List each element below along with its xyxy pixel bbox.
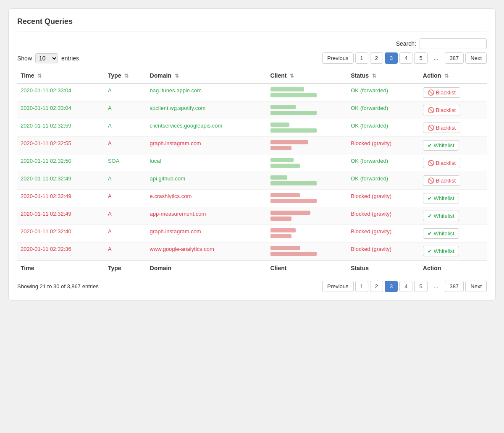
table-row: 2020-01-11 02:33:04Aspclient.wg.spotify.… <box>17 102 487 119</box>
page-btn-2-bottom[interactable]: 2 <box>370 281 383 292</box>
cell-status: Blocked (gravity) <box>347 137 420 154</box>
cell-domain: local <box>147 154 267 172</box>
client-bar <box>270 211 310 215</box>
show-entries: Show 10 25 50 100 entries <box>17 53 79 63</box>
cell-status: Blocked (gravity) <box>347 243 420 261</box>
sort-client-icon[interactable]: ⇅ <box>290 73 294 79</box>
page-btn-5-top[interactable]: 5 <box>414 52 427 64</box>
footer-col-action: Action <box>420 260 487 276</box>
page-title: Recent Queries <box>17 17 487 31</box>
cell-status: OK (forwarded) <box>347 83 420 102</box>
client-bar <box>270 140 308 144</box>
sort-domain-icon[interactable]: ⇅ <box>175 73 179 79</box>
pagination-top: Previous 1 2 3 4 5 ... 387 Next <box>322 52 487 64</box>
cell-type: A <box>105 190 147 207</box>
cell-client <box>267 207 348 225</box>
cell-client <box>267 83 348 102</box>
whitelist-button[interactable]: ✔ Whitelist <box>423 140 459 151</box>
cell-time: 2020-01-11 02:32:59 <box>17 119 105 137</box>
showing-text: Showing 21 to 30 of 3,867 entries <box>17 283 99 290</box>
prev-button-bottom[interactable]: Previous <box>322 281 354 292</box>
cell-time: 2020-01-11 02:32:36 <box>17 243 105 261</box>
blacklist-button[interactable]: 🚫 Blacklist <box>423 158 460 168</box>
page-btn-387-top[interactable]: 387 <box>445 52 464 64</box>
main-card: Recent Queries Search: Show 10 25 50 100… <box>8 8 496 301</box>
page-btn-1-bottom[interactable]: 1 <box>355 281 368 292</box>
blacklist-button[interactable]: 🚫 Blacklist <box>423 105 460 115</box>
table-row: 2020-01-11 02:33:04Abag.itunes.apple.com… <box>17 83 487 102</box>
table-row: 2020-01-11 02:32:40Agraph.instagram.comB… <box>17 225 487 243</box>
next-button-bottom[interactable]: Next <box>465 281 487 292</box>
cell-time: 2020-01-11 02:32:40 <box>17 225 105 243</box>
cell-action: ✔ Whitelist <box>420 137 487 154</box>
page-btn-5-bottom[interactable]: 5 <box>414 281 427 292</box>
cell-domain: app-measurement.com <box>147 207 267 225</box>
page-btn-1-top[interactable]: 1 <box>355 52 368 64</box>
controls-row-top: Show 10 25 50 100 entries Previous 1 2 3… <box>17 52 487 64</box>
client-bar <box>270 128 317 133</box>
client-bar <box>270 146 291 150</box>
cell-type: SOA <box>105 154 147 172</box>
page-dots-bottom: ... <box>429 281 443 292</box>
cell-domain: api.github.com <box>147 172 267 190</box>
cell-type: A <box>105 102 147 119</box>
page-btn-387-bottom[interactable]: 387 <box>445 281 464 292</box>
cell-status: Blocked (gravity) <box>347 207 420 225</box>
cell-domain: bag.itunes.apple.com <box>147 83 267 102</box>
blacklist-button[interactable]: 🚫 Blacklist <box>423 175 460 186</box>
cell-status: Blocked (gravity) <box>347 190 420 207</box>
cell-action: 🚫 Blacklist <box>420 102 487 119</box>
sort-time-icon[interactable]: ⇅ <box>37 73 42 79</box>
cell-client <box>267 154 348 172</box>
search-input[interactable] <box>420 38 487 49</box>
col-action: Action ⇅ <box>420 68 487 83</box>
sort-action-icon[interactable]: ⇅ <box>444 73 449 79</box>
whitelist-button[interactable]: ✔ Whitelist <box>423 193 459 203</box>
page-btn-3-top[interactable]: 3 <box>385 52 398 64</box>
page-btn-4-bottom[interactable]: 4 <box>399 281 412 292</box>
cell-time: 2020-01-11 02:33:04 <box>17 83 105 102</box>
cell-time: 2020-01-11 02:32:49 <box>17 207 105 225</box>
cell-client <box>267 243 348 261</box>
page-btn-2-top[interactable]: 2 <box>370 52 383 64</box>
blacklist-button[interactable]: 🚫 Blacklist <box>423 87 460 98</box>
table-row: 2020-01-11 02:32:50SOAlocalOK (forwarded… <box>17 154 487 172</box>
client-bar <box>270 216 291 221</box>
cell-action: ✔ Whitelist <box>420 207 487 225</box>
sort-status-icon[interactable]: ⇅ <box>372 73 376 79</box>
whitelist-button[interactable]: ✔ Whitelist <box>423 211 459 221</box>
client-bar <box>270 175 287 180</box>
cell-time: 2020-01-11 02:33:04 <box>17 102 105 119</box>
footer-col-domain: Domain <box>147 260 267 276</box>
client-bar <box>270 228 296 232</box>
whitelist-button[interactable]: ✔ Whitelist <box>423 228 459 239</box>
table-row: 2020-01-11 02:32:49Aapi.github.comOK (fo… <box>17 172 487 190</box>
page-btn-4-top[interactable]: 4 <box>399 52 412 64</box>
page-dots-top: ... <box>429 53 443 63</box>
whitelist-button[interactable]: ✔ Whitelist <box>423 246 459 256</box>
entries-select[interactable]: 10 25 50 100 <box>35 53 58 63</box>
show-label-before: Show <box>17 55 32 62</box>
client-bar <box>270 105 296 109</box>
cell-domain: graph.instagram.com <box>147 137 267 154</box>
next-button-top[interactable]: Next <box>465 52 487 64</box>
cell-action: 🚫 Blacklist <box>420 172 487 190</box>
cell-client <box>267 137 348 154</box>
page-btn-3-bottom[interactable]: 3 <box>385 281 398 292</box>
client-bar <box>270 193 300 197</box>
table-row: 2020-01-11 02:32:59Aclientservices.googl… <box>17 119 487 137</box>
client-bar <box>270 181 317 185</box>
client-bar <box>270 123 289 127</box>
table-row: 2020-01-11 02:32:55Agraph.instagram.comB… <box>17 137 487 154</box>
cell-domain: www.google-analytics.com <box>147 243 267 261</box>
footer-col-client: Client <box>267 260 348 276</box>
prev-button-top[interactable]: Previous <box>322 52 354 64</box>
blacklist-button[interactable]: 🚫 Blacklist <box>423 123 460 133</box>
show-label-after: entries <box>61 55 79 62</box>
footer-col-type: Type <box>105 260 147 276</box>
queries-table: Time ⇅ Type ⇅ Domain ⇅ Client ⇅ Status <box>17 68 487 276</box>
pagination-bottom: Previous 1 2 3 4 5 ... 387 Next <box>322 281 487 292</box>
cell-status: OK (forwarded) <box>347 154 420 172</box>
client-bar <box>270 87 304 91</box>
sort-type-icon[interactable]: ⇅ <box>124 73 129 79</box>
